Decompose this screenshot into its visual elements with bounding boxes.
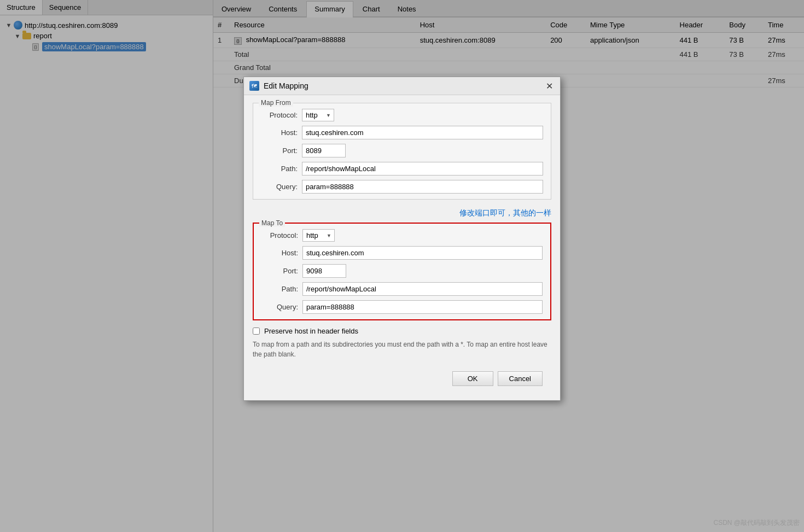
- to-path-label: Path:: [261, 285, 302, 293]
- from-port-row: Port:: [261, 144, 543, 157]
- to-port-input[interactable]: [302, 264, 346, 278]
- to-port-row: Port:: [261, 264, 543, 278]
- from-path-row: Path:: [261, 162, 543, 176]
- to-protocol-select[interactable]: http https: [302, 229, 335, 242]
- from-port-label: Port:: [261, 147, 302, 155]
- from-host-input[interactable]: [302, 126, 543, 139]
- from-query-label: Query:: [261, 183, 302, 191]
- cancel-button[interactable]: Cancel: [498, 371, 543, 386]
- modal-overlay: 🗺 Edit Mapping ✕ Map From Protocol: http…: [0, 0, 804, 532]
- from-protocol-select-wrapper: http https: [302, 109, 334, 121]
- preserve-host-row: Preserve host in header fields: [253, 327, 551, 335]
- from-protocol-label: Protocol:: [261, 111, 302, 119]
- dialog-icon: 🗺: [249, 81, 259, 91]
- watermark: CSDN @敲代码敲到头发茂密: [713, 518, 800, 528]
- from-host-label: Host:: [261, 128, 302, 137]
- from-host-row: Host:: [261, 126, 543, 139]
- preserve-host-label[interactable]: Preserve host in header fields: [264, 327, 358, 335]
- hint-text: To map from a path and its subdirectorie…: [253, 340, 551, 359]
- dialog-buttons: OK Cancel: [253, 367, 551, 393]
- to-path-input[interactable]: [302, 282, 543, 296]
- preserve-host-checkbox[interactable]: [253, 328, 260, 335]
- to-query-label: Query:: [261, 303, 302, 311]
- to-protocol-label: Protocol:: [261, 231, 302, 239]
- to-protocol-select-wrapper: http https: [302, 229, 335, 242]
- dialog-title: Edit Mapping: [264, 81, 544, 90]
- from-protocol-select[interactable]: http https: [302, 109, 334, 121]
- to-query-input[interactable]: [302, 300, 543, 314]
- to-port-label: Port:: [261, 267, 302, 275]
- from-query-row: Query:: [261, 180, 543, 194]
- from-path-label: Path:: [261, 165, 302, 173]
- from-protocol-row: Protocol: http https: [261, 109, 543, 121]
- dialog-body: Map From Protocol: http https Host:: [244, 95, 560, 400]
- to-protocol-row: Protocol: http https: [261, 229, 543, 242]
- map-from-group: Map From Protocol: http https Host:: [253, 103, 551, 200]
- to-host-label: Host:: [261, 249, 302, 257]
- map-from-legend: Map From: [259, 99, 293, 107]
- to-host-row: Host:: [261, 246, 543, 260]
- to-path-row: Path:: [261, 282, 543, 296]
- ok-button[interactable]: OK: [452, 371, 493, 386]
- from-path-input[interactable]: [302, 162, 543, 176]
- to-query-row: Query:: [261, 300, 543, 314]
- edit-mapping-dialog: 🗺 Edit Mapping ✕ Map From Protocol: http…: [243, 77, 561, 401]
- map-to-group: Map To Protocol: http https Host:: [253, 223, 551, 320]
- to-host-input[interactable]: [302, 246, 543, 260]
- from-port-input[interactable]: [302, 144, 346, 157]
- annotation-text: 修改端口即可，其他的一样: [253, 206, 551, 223]
- dialog-close-button[interactable]: ✕: [544, 80, 555, 91]
- from-query-input[interactable]: [302, 180, 543, 194]
- dialog-titlebar: 🗺 Edit Mapping ✕: [244, 77, 560, 95]
- map-to-legend: Map To: [259, 219, 285, 227]
